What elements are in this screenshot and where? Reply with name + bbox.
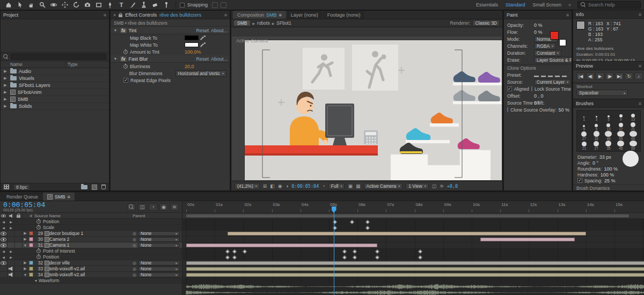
- new-composition-icon[interactable]: [92, 185, 97, 190]
- layer-duration-bar[interactable]: [186, 267, 644, 271]
- track-row[interactable]: [183, 242, 644, 248]
- workspace-small-screen[interactable]: Small Screen: [529, 1, 565, 9]
- project-item[interactable]: ▶SMB: [1, 96, 109, 103]
- brush-property-value[interactable]: 100 %: [601, 172, 614, 178]
- region-of-interest-icon[interactable]: ▣: [348, 183, 353, 189]
- lock-icon[interactable]: [119, 14, 122, 17]
- switch-cell[interactable]: ◀: [0, 254, 8, 260]
- new-folder-icon[interactable]: [81, 185, 87, 189]
- more-workspaces-icon[interactable]: »: [568, 2, 571, 8]
- reset-button[interactable]: Reset: [196, 56, 209, 62]
- delete-icon[interactable]: [101, 185, 106, 189]
- layer-row[interactable]: ▶29decor boutique 1◎None▾: [0, 231, 182, 237]
- paint-row[interactable]: Clone Source Overlay:50 %: [504, 106, 572, 113]
- switch-cell[interactable]: [15, 278, 23, 283]
- camera-tool[interactable]: [82, 1, 93, 9]
- tab-info[interactable]: Info: [576, 12, 584, 17]
- switch-cell[interactable]: [8, 260, 15, 266]
- stopwatch-icon[interactable]: [36, 219, 41, 224]
- parent-column-header[interactable]: Parent: [133, 213, 182, 218]
- stopwatch-icon[interactable]: [36, 249, 41, 253]
- keyframe-icon[interactable]: [375, 255, 379, 259]
- track-row[interactable]: [183, 237, 644, 242]
- property-name[interactable]: Position: [43, 219, 59, 224]
- property-row[interactable]: ◀▶Position: [0, 254, 182, 260]
- brush-preset[interactable]: 35: [590, 131, 603, 141]
- tab-brushes[interactable]: Brushes: [576, 101, 594, 106]
- keyframe-icon[interactable]: [232, 249, 237, 253]
- twirl-icon[interactable]: ▶: [3, 69, 8, 73]
- color-swatch[interactable]: [185, 42, 199, 47]
- layer-duration-bar[interactable]: [186, 261, 644, 265]
- stopwatch-icon[interactable]: [36, 255, 41, 259]
- paint-row[interactable]: Source Time Shift:0 f: [504, 99, 572, 106]
- pickwhip-icon[interactable]: ◎: [133, 243, 136, 248]
- pen-tool[interactable]: [105, 1, 115, 9]
- brush-property-value[interactable]: 33 px: [599, 154, 611, 160]
- panel-menu-icon[interactable]: ≡: [104, 12, 106, 18]
- keyframe-icon[interactable]: [375, 249, 379, 253]
- pickwhip-icon[interactable]: ◎: [133, 261, 136, 266]
- keyframe-icon[interactable]: [225, 255, 230, 259]
- zoom-select[interactable]: (41,2%)▾: [235, 183, 260, 189]
- column-type[interactable]: Type: [65, 62, 109, 67]
- keyframe-icon[interactable]: [342, 249, 347, 253]
- paint-row[interactable]: Opacity:0 %: [504, 21, 572, 28]
- switch-cell[interactable]: [0, 260, 8, 266]
- previous-frame-button[interactable]: ◀|: [586, 72, 595, 80]
- pickwhip-icon[interactable]: ◎: [133, 267, 136, 271]
- effect-header[interactable]: ▼fxTintResetAbout...: [111, 27, 230, 34]
- pixel-aspect-icon[interactable]: ◫: [432, 183, 437, 189]
- stopwatch-icon[interactable]: [123, 50, 128, 54]
- selection-tool[interactable]: [14, 1, 25, 9]
- keyframe-icon[interactable]: [353, 255, 357, 259]
- snap-option-icon[interactable]: [212, 2, 218, 8]
- mask-visibility-icon[interactable]: ◧: [270, 183, 275, 189]
- tab-composition[interactable]: Composition SMB ≡: [233, 11, 286, 19]
- switch-cell[interactable]: ▶: [8, 219, 15, 224]
- layer-row[interactable]: ▶30Camera 2◎None▾: [0, 237, 182, 242]
- property-name[interactable]: Point of Interest: [43, 248, 75, 254]
- composition-viewport[interactable]: Active Camera: [232, 36, 502, 180]
- visibility-icon[interactable]: [1, 238, 6, 241]
- effect-parameter[interactable]: ✓Repeat Edge Pixels: [111, 77, 230, 84]
- twirl-icon[interactable]: ▼: [23, 273, 28, 277]
- time-ruler[interactable]: 00s01s02s03s04s05s06s07s08s09s10s11s12s1…: [183, 201, 644, 213]
- property-row[interactable]: ◀▶Position: [0, 219, 182, 225]
- switch-cell[interactable]: [8, 266, 15, 271]
- parameter-checkbox[interactable]: ✓: [123, 78, 128, 83]
- project-search[interactable]: [1, 53, 109, 61]
- label-color-swatch[interactable]: [29, 267, 33, 271]
- clone-preset-5-icon[interactable]: [562, 73, 567, 77]
- effect-parameter[interactable]: Blurriness20,0: [111, 63, 230, 70]
- twirl-icon[interactable]: ▼: [33, 279, 39, 283]
- switch-cell[interactable]: ▶: [8, 254, 15, 260]
- breadcrumb-robots[interactable]: robots: [257, 20, 270, 26]
- interpret-footage-icon[interactable]: [4, 185, 9, 189]
- parent-select[interactable]: None▾: [138, 237, 180, 242]
- tab-timeline-smb[interactable]: SMB ≡: [43, 193, 75, 201]
- parent-select[interactable]: None▾: [138, 231, 180, 236]
- effect-parameter[interactable]: Blur DimensionsHorizontal and Vertic▾: [111, 70, 230, 77]
- keyframe-icon[interactable]: [365, 225, 370, 230]
- keyframe-icon[interactable]: [418, 255, 422, 259]
- effect-header[interactable]: ▼fxFast BlurResetAbout...: [111, 55, 230, 63]
- switch-cell[interactable]: [15, 272, 23, 277]
- eraser-tool[interactable]: [150, 1, 160, 9]
- visibility-icon[interactable]: [1, 244, 6, 247]
- parameter-select[interactable]: Horizontal and Vertic▾: [175, 70, 226, 77]
- property-name[interactable]: Scale: [43, 225, 54, 230]
- loop-button[interactable]: ↻: [625, 72, 633, 80]
- keyframe-icon[interactable]: [418, 249, 422, 253]
- paint-row-select[interactable]: Layer Source & Paint▾: [534, 57, 572, 63]
- tab-preview[interactable]: Preview: [576, 63, 593, 69]
- brush-preset[interactable]: 9: [590, 121, 603, 131]
- audio-button[interactable]: ♪: [634, 72, 643, 80]
- brush-tool[interactable]: [127, 1, 138, 9]
- twirl-icon[interactable]: ▶: [23, 231, 28, 235]
- keyframe-icon[interactable]: [353, 249, 357, 253]
- track-row[interactable]: [183, 278, 644, 284]
- paint-row[interactable]: Duration:Constant▾: [504, 49, 572, 56]
- brush-preset[interactable]: 13: [603, 121, 615, 131]
- twirl-icon[interactable]: ▼: [113, 28, 118, 32]
